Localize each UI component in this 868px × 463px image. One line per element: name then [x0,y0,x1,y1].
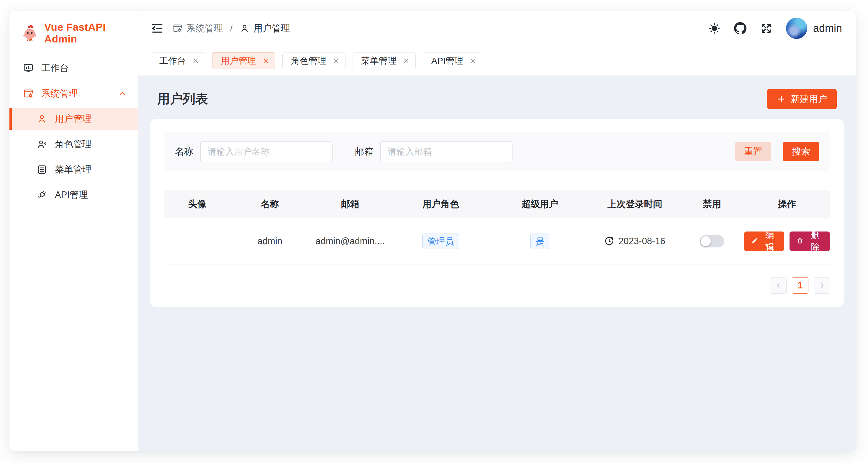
sidebar-item-roles[interactable]: 角色管理 [9,133,138,155]
col-disabled: 禁用 [680,198,744,210]
title-row: 用户列表 新建用户 [150,84,844,119]
last-login-value: 2023-08-16 [618,236,665,246]
table-header: 头像 名称 邮箱 用户角色 超级用户 上次登录时间 禁用 操作 [164,190,830,218]
breadcrumb-label: 系统管理 [186,22,223,34]
user-icon [240,23,250,33]
page-number-current[interactable]: 1 [792,277,808,294]
col-avatar: 头像 [164,198,231,210]
sidebar-item-label: 菜单管理 [55,163,91,176]
fullscreen-icon[interactable] [760,22,772,34]
collapse-sidebar-icon[interactable] [151,22,164,35]
close-icon[interactable] [402,56,411,65]
tab-label: 角色管理 [291,55,326,67]
monitor-icon [23,63,34,73]
breadcrumb: 系统管理 / 用户管理 [173,22,290,34]
search-button[interactable]: 搜索 [783,142,819,161]
close-icon[interactable] [261,56,270,65]
col-superuser: 超级用户 [490,198,589,210]
tab-roles[interactable]: 角色管理 [282,52,345,69]
edit-button[interactable]: 编辑 [744,232,784,251]
page-title: 用户列表 [157,91,208,108]
name-input[interactable] [200,141,333,162]
email-field-group: 邮箱 [355,141,513,162]
sidebar-item-label: 工作台 [41,62,69,74]
clock-history-icon [604,236,614,246]
cell-superuser: 是 [490,234,589,249]
name-field-group: 名称 [175,141,333,162]
add-user-button[interactable]: 新建用户 [767,89,837,109]
cell-disabled [680,235,744,247]
tab-bar: 工作台 用户管理 角色管理 菜单管理 [138,46,856,75]
superuser-badge: 是 [530,234,549,249]
delete-button[interactable]: 删除 [789,232,830,251]
tab-label: 工作台 [159,55,186,67]
tab-users[interactable]: 用户管理 [212,52,275,69]
plus-icon [777,94,786,104]
close-icon[interactable] [468,56,477,65]
name-label: 名称 [175,145,193,158]
cell-actions: 编辑 [744,232,830,251]
sidebar-item-system[interactable]: 系统管理 [9,82,138,104]
tab-label: 菜单管理 [361,55,397,67]
sidebar-item-label: API管理 [55,189,88,201]
app-logo: Vue FastAPI Admin [9,11,138,56]
col-actions: 操作 [744,198,830,210]
tab-menus[interactable]: 菜单管理 [352,52,416,69]
prev-page-button[interactable] [770,277,786,294]
content-card: 名称 邮箱 重置 搜索 头像 名称 [150,119,844,307]
github-icon[interactable] [734,22,746,34]
disabled-toggle[interactable] [700,235,724,247]
sidebar-menu: 工作台 系统管理 [9,56,138,208]
sidebar-item-label: 系统管理 [41,87,78,100]
role-badge: 管理员 [423,234,459,249]
sidebar-item-users[interactable]: 用户管理 [9,108,138,130]
username: admin [813,22,842,34]
window-gear-icon [173,23,183,33]
reset-button[interactable]: 重置 [735,142,771,161]
sidebar-item-label: 角色管理 [55,138,91,151]
breadcrumb-label: 用户管理 [253,22,290,34]
pagination: 1 [164,277,830,294]
cell-last-login: 2023-08-16 [589,236,680,246]
sidebar-item-workbench[interactable]: 工作台 [9,57,138,79]
page-content: 用户列表 新建用户 名称 邮箱 [138,75,856,451]
tab-workbench[interactable]: 工作台 [151,52,205,69]
tab-api[interactable]: API管理 [423,52,483,69]
table-row: admin admin@admin.... 管理员 是 [164,218,830,265]
close-icon[interactable] [191,56,200,65]
trash-icon [797,237,804,245]
col-email: 邮箱 [309,198,391,210]
user-icon [37,113,47,124]
breadcrumb-users[interactable]: 用户管理 [240,22,290,34]
user-menu[interactable]: admin [786,18,842,39]
edit-label: 编辑 [763,229,777,253]
search-actions: 重置 搜索 [735,142,819,161]
col-last-login: 上次登录时间 [589,198,680,210]
breadcrumb-system[interactable]: 系统管理 [173,22,223,34]
close-icon[interactable] [332,56,340,65]
avatar [786,18,807,39]
col-name: 名称 [231,198,309,210]
app-title: Vue FastAPI Admin [44,21,138,45]
window-gear-icon [23,88,34,99]
user-role-icon [37,139,47,150]
pencil-icon [751,237,758,245]
chick-logo-icon [21,25,38,41]
email-input[interactable] [380,141,513,162]
users-table: 头像 名称 邮箱 用户角色 超级用户 上次登录时间 禁用 操作 admin ad… [164,190,830,265]
email-label: 邮箱 [355,145,373,158]
theme-sun-icon[interactable] [708,22,720,34]
sidebar-item-api[interactable]: API管理 [9,184,138,206]
delete-label: 删除 [808,229,823,253]
search-panel: 名称 邮箱 重置 搜索 [164,132,830,171]
next-page-button[interactable] [814,277,830,294]
add-user-label: 新建用户 [791,93,827,105]
col-role: 用户角色 [391,198,490,210]
app-window: Vue FastAPI Admin 工作台 [9,11,856,451]
sidebar-item-label: 用户管理 [55,113,91,125]
breadcrumb-separator: / [230,23,232,33]
cell-name: admin [231,236,309,246]
top-header: 系统管理 / 用户管理 [138,11,856,46]
sidebar-item-menus[interactable]: 菜单管理 [9,159,138,180]
tab-label: 用户管理 [221,55,256,67]
